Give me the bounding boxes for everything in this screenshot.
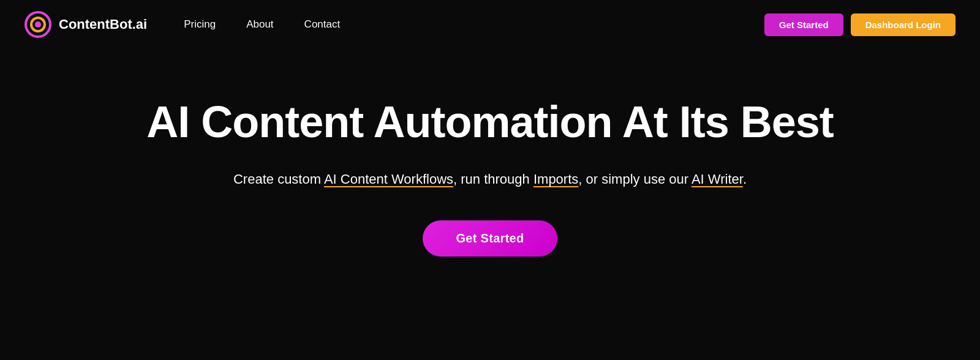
hero-subtitle-end: . bbox=[743, 171, 747, 187]
nav-link-contact[interactable]: Contact bbox=[304, 18, 341, 31]
hero-subtitle-middle: , run through bbox=[453, 171, 533, 187]
navbar-right: Get Started Dashboard Login bbox=[764, 13, 956, 36]
nav-link-about[interactable]: About bbox=[246, 18, 273, 31]
logo-icon bbox=[24, 11, 51, 38]
hero-subtitle-after: , or simply use our bbox=[578, 171, 692, 187]
svg-point-2 bbox=[35, 21, 41, 28]
hero-section: AI Content Automation At Its Best Create… bbox=[0, 49, 980, 257]
hero-title: AI Content Automation At Its Best bbox=[146, 98, 834, 146]
nav-links: Pricing About Contact bbox=[184, 18, 340, 31]
navbar-left: ContentBot.ai Pricing About Contact bbox=[24, 11, 340, 38]
nav-link-pricing[interactable]: Pricing bbox=[184, 18, 216, 31]
hero-link-writer[interactable]: AI Writer bbox=[692, 171, 743, 187]
hero-subtitle-before: Create custom bbox=[233, 171, 324, 187]
logo-text: ContentBot.ai bbox=[59, 17, 147, 32]
get-started-nav-button[interactable]: Get Started bbox=[764, 13, 843, 36]
dashboard-login-button[interactable]: Dashboard Login bbox=[851, 13, 956, 36]
hero-link-imports[interactable]: Imports bbox=[533, 171, 578, 187]
get-started-hero-button[interactable]: Get Started bbox=[423, 220, 557, 257]
hero-subtitle: Create custom AI Content Workflows, run … bbox=[233, 168, 747, 190]
logo[interactable]: ContentBot.ai bbox=[24, 11, 147, 38]
navbar: ContentBot.ai Pricing About Contact Get … bbox=[0, 0, 980, 49]
hero-link-workflows[interactable]: AI Content Workflows bbox=[324, 171, 453, 187]
